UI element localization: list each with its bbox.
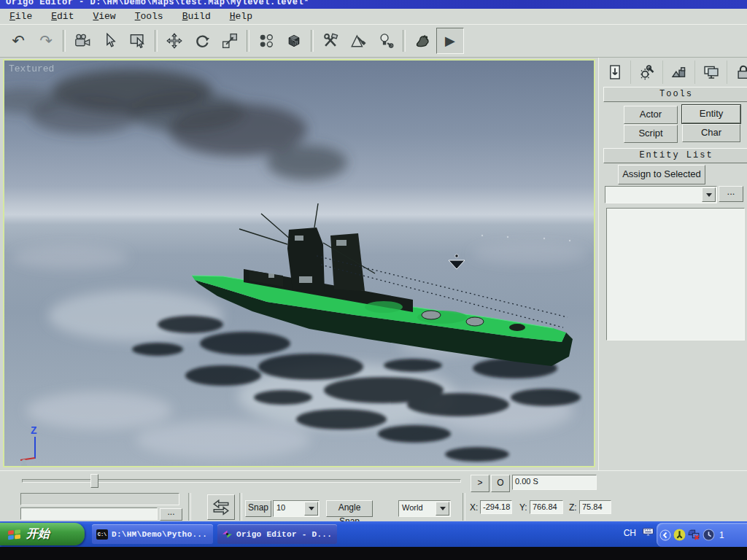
taskbar-item-console[interactable]: C:\ D:\HM\Demo\Pytho... [92,524,213,544]
scale-icon [222,33,238,49]
path-browse-button[interactable]: ... [160,508,182,521]
cube-button[interactable] [280,28,308,54]
cone-hammer-icon [350,33,366,49]
script-button[interactable]: Script [624,125,678,143]
rotate-button[interactable] [188,28,216,54]
render-mode-label: Textured [9,63,54,74]
build-tools-button[interactable] [317,28,344,54]
redo-button[interactable]: ↷ [32,28,60,54]
taskbar-item-origo-editor[interactable]: Origo Editor - D... [217,524,337,544]
tray-scheduler-icon[interactable] [703,529,715,541]
entity-browse-button[interactable]: ... [719,186,743,202]
main-area: Z Textured [0,58,747,470]
main-toolbar: ↶ ↷ [0,24,747,58]
snap-size-value: 10 [276,503,285,512]
tab-display[interactable] [695,61,727,84]
marquee-select-button[interactable] [124,28,152,54]
menu-help[interactable]: Help [220,10,262,23]
timeline-slider-track[interactable] [22,479,461,483]
menu-file[interactable]: File [0,10,42,23]
camera-button[interactable] [69,28,96,54]
chevron-down-icon [706,193,712,197]
origo-icon [222,529,233,540]
window-titlebar: Origo Editor - D:\HM\Demo\Maps\test.Map\… [0,0,747,9]
y-coordinate-field[interactable]: 766.84 [530,500,563,514]
language-indicator[interactable]: CH [624,528,636,538]
menu-build[interactable]: Build [173,10,220,23]
creature-tool-button[interactable] [409,28,436,54]
gizmo-z-label: Z [31,425,37,438]
keyboard-icon[interactable] [643,528,654,536]
x-coordinate-field[interactable]: -294.18 [480,500,512,514]
cursor-marker [449,254,465,269]
entity-list-box[interactable] [606,208,745,341]
camera-icon [74,33,90,49]
char-button[interactable]: Char [682,124,740,142]
snap-size-dropdown[interactable]: 10 [273,500,320,517]
bottom-control-bar: > O 0.00 S ... Snap 10 Angle Snap World … [0,470,747,522]
move-button[interactable] [160,28,188,54]
cube-icon [286,33,302,49]
taskbar-item-label: D:\HM\Demo\Pytho... [112,530,207,539]
tools-header: Tools [603,87,747,102]
scale-button[interactable] [216,28,244,54]
menu-edit[interactable]: Edit [42,10,83,23]
assign-to-selected-button[interactable]: Assign to Selected [618,165,705,184]
lamp-wrench-icon [378,33,394,49]
tab-lock[interactable] [727,61,747,84]
window-title: Origo Editor - D:\HM\Demo\Maps\test.Map\… [6,0,309,7]
move-icon [166,33,182,49]
menu-tools[interactable]: Tools [125,10,173,23]
path-field-secondary[interactable] [20,493,179,505]
tray-antivirus-icon[interactable] [673,529,686,541]
system-tray: 1 [657,523,747,547]
tab-import-file[interactable] [599,61,631,84]
toolbar-separator [247,30,249,52]
step-button[interactable]: > [471,475,489,492]
play-button[interactable]: ▶ [436,28,464,54]
bottom-separator [462,493,465,521]
toolbar-separator [311,30,314,52]
timeline-slider-handle[interactable] [90,474,98,488]
tray-clock[interactable]: 1 [719,530,724,540]
coord-space-dropdown[interactable]: World [398,500,451,517]
monitor-bezel [0,547,747,560]
time-field[interactable]: 0.00 S [512,475,597,490]
tray-collapse-chevron-icon[interactable] [659,529,671,541]
select-button[interactable] [96,28,124,54]
vertex-mode-button[interactable] [252,28,280,54]
menu-view[interactable]: View [83,10,125,23]
smoke-clouds [4,69,347,180]
angle-snap-button[interactable]: Angle Snap [326,500,373,517]
entity-dropdown[interactable] [605,186,717,203]
lock-icon [735,64,747,80]
viewport-3d[interactable]: Z Textured [3,59,595,467]
swap-layers-button[interactable] [207,494,235,520]
light-tool-button[interactable] [372,28,400,54]
tray-network-icon[interactable] [688,529,700,541]
path-field-primary[interactable] [20,508,158,520]
tab-terrain[interactable] [663,61,695,84]
actor-button[interactable]: Actor [624,106,678,124]
select-cursor-icon [102,33,118,49]
dropdown-arrow-button[interactable] [304,502,318,516]
snap-button[interactable]: Snap [245,500,271,517]
undo-button[interactable]: ↶ [4,28,32,54]
start-button[interactable]: 开始 [0,523,85,545]
import-file-icon [607,64,623,80]
terrain-tool-button[interactable] [344,28,372,54]
reset-button[interactable]: O [491,475,510,492]
hammer-wrench-icon [322,33,338,49]
vertex-dots-icon [258,33,274,49]
ship-funnel [330,233,365,291]
cmd-icon: C:\ [96,529,108,540]
tab-gear-wrench[interactable] [631,61,663,84]
dropdown-arrow-button[interactable] [702,187,716,202]
entity-button[interactable]: Entity [682,105,740,123]
toolbar-separator [63,30,66,52]
z-coordinate-field[interactable]: 75.84 [579,500,611,514]
dropdown-arrow-button[interactable] [436,502,449,516]
stacked-arrows-icon [212,497,231,516]
undo-icon: ↶ [12,34,25,48]
toolbar-separator [155,30,158,52]
